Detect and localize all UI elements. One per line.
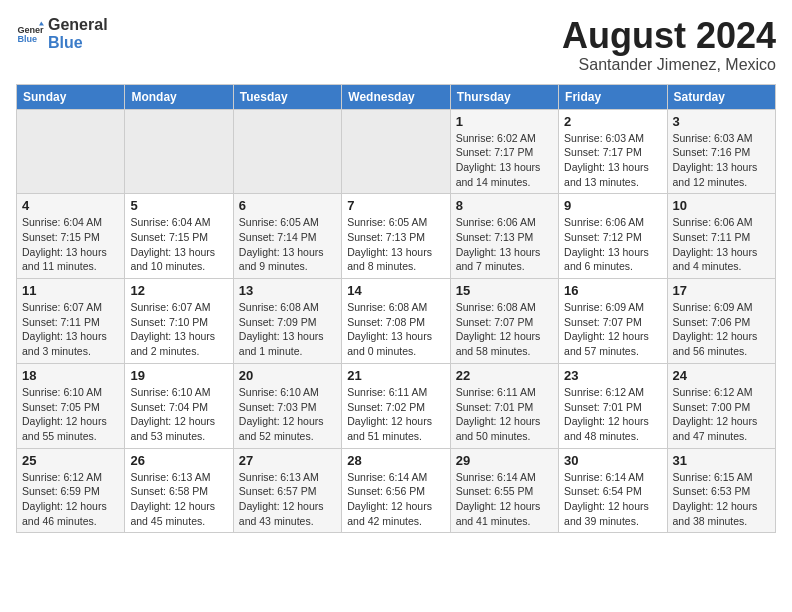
day-number: 1 xyxy=(456,114,553,129)
day-info: Sunrise: 6:03 AMSunset: 7:16 PMDaylight:… xyxy=(673,131,770,190)
calendar-cell: 4Sunrise: 6:04 AMSunset: 7:15 PMDaylight… xyxy=(17,194,125,279)
calendar-week-5: 25Sunrise: 6:12 AMSunset: 6:59 PMDayligh… xyxy=(17,448,776,533)
day-info: Sunrise: 6:06 AMSunset: 7:11 PMDaylight:… xyxy=(673,215,770,274)
day-number: 4 xyxy=(22,198,119,213)
day-info: Sunrise: 6:14 AMSunset: 6:56 PMDaylight:… xyxy=(347,470,444,529)
day-info: Sunrise: 6:05 AMSunset: 7:13 PMDaylight:… xyxy=(347,215,444,274)
calendar-cell: 17Sunrise: 6:09 AMSunset: 7:06 PMDayligh… xyxy=(667,279,775,364)
day-info: Sunrise: 6:10 AMSunset: 7:05 PMDaylight:… xyxy=(22,385,119,444)
day-number: 25 xyxy=(22,453,119,468)
calendar-cell: 8Sunrise: 6:06 AMSunset: 7:13 PMDaylight… xyxy=(450,194,558,279)
calendar-cell: 7Sunrise: 6:05 AMSunset: 7:13 PMDaylight… xyxy=(342,194,450,279)
calendar-cell: 10Sunrise: 6:06 AMSunset: 7:11 PMDayligh… xyxy=(667,194,775,279)
day-info: Sunrise: 6:15 AMSunset: 6:53 PMDaylight:… xyxy=(673,470,770,529)
calendar-cell: 26Sunrise: 6:13 AMSunset: 6:58 PMDayligh… xyxy=(125,448,233,533)
page-header: General Blue General Blue August 2024 Sa… xyxy=(16,16,776,74)
calendar-header-row: SundayMondayTuesdayWednesdayThursdayFrid… xyxy=(17,84,776,109)
day-number: 2 xyxy=(564,114,661,129)
logo-icon: General Blue xyxy=(16,20,44,48)
calendar-cell: 18Sunrise: 6:10 AMSunset: 7:05 PMDayligh… xyxy=(17,363,125,448)
calendar-cell: 22Sunrise: 6:11 AMSunset: 7:01 PMDayligh… xyxy=(450,363,558,448)
day-info: Sunrise: 6:02 AMSunset: 7:17 PMDaylight:… xyxy=(456,131,553,190)
day-info: Sunrise: 6:11 AMSunset: 7:01 PMDaylight:… xyxy=(456,385,553,444)
day-number: 10 xyxy=(673,198,770,213)
calendar-cell: 9Sunrise: 6:06 AMSunset: 7:12 PMDaylight… xyxy=(559,194,667,279)
day-header-friday: Friday xyxy=(559,84,667,109)
day-info: Sunrise: 6:03 AMSunset: 7:17 PMDaylight:… xyxy=(564,131,661,190)
calendar-cell: 12Sunrise: 6:07 AMSunset: 7:10 PMDayligh… xyxy=(125,279,233,364)
calendar-cell: 24Sunrise: 6:12 AMSunset: 7:00 PMDayligh… xyxy=(667,363,775,448)
day-number: 23 xyxy=(564,368,661,383)
day-number: 12 xyxy=(130,283,227,298)
logo: General Blue General Blue xyxy=(16,16,108,51)
day-number: 5 xyxy=(130,198,227,213)
calendar-cell: 29Sunrise: 6:14 AMSunset: 6:55 PMDayligh… xyxy=(450,448,558,533)
day-header-thursday: Thursday xyxy=(450,84,558,109)
calendar-cell xyxy=(342,109,450,194)
calendar-cell xyxy=(17,109,125,194)
calendar-cell: 15Sunrise: 6:08 AMSunset: 7:07 PMDayligh… xyxy=(450,279,558,364)
day-info: Sunrise: 6:07 AMSunset: 7:10 PMDaylight:… xyxy=(130,300,227,359)
day-info: Sunrise: 6:13 AMSunset: 6:58 PMDaylight:… xyxy=(130,470,227,529)
day-header-tuesday: Tuesday xyxy=(233,84,341,109)
day-info: Sunrise: 6:14 AMSunset: 6:55 PMDaylight:… xyxy=(456,470,553,529)
day-header-sunday: Sunday xyxy=(17,84,125,109)
day-number: 9 xyxy=(564,198,661,213)
day-number: 27 xyxy=(239,453,336,468)
calendar-cell: 2Sunrise: 6:03 AMSunset: 7:17 PMDaylight… xyxy=(559,109,667,194)
calendar-cell: 14Sunrise: 6:08 AMSunset: 7:08 PMDayligh… xyxy=(342,279,450,364)
day-number: 7 xyxy=(347,198,444,213)
day-info: Sunrise: 6:08 AMSunset: 7:09 PMDaylight:… xyxy=(239,300,336,359)
title-block: August 2024 Santander Jimenez, Mexico xyxy=(562,16,776,74)
day-info: Sunrise: 6:08 AMSunset: 7:07 PMDaylight:… xyxy=(456,300,553,359)
day-info: Sunrise: 6:12 AMSunset: 7:00 PMDaylight:… xyxy=(673,385,770,444)
calendar-cell: 13Sunrise: 6:08 AMSunset: 7:09 PMDayligh… xyxy=(233,279,341,364)
calendar-cell: 6Sunrise: 6:05 AMSunset: 7:14 PMDaylight… xyxy=(233,194,341,279)
calendar-cell: 11Sunrise: 6:07 AMSunset: 7:11 PMDayligh… xyxy=(17,279,125,364)
day-number: 13 xyxy=(239,283,336,298)
calendar-cell: 25Sunrise: 6:12 AMSunset: 6:59 PMDayligh… xyxy=(17,448,125,533)
calendar-cell xyxy=(233,109,341,194)
day-number: 17 xyxy=(673,283,770,298)
calendar-cell: 1Sunrise: 6:02 AMSunset: 7:17 PMDaylight… xyxy=(450,109,558,194)
day-number: 14 xyxy=(347,283,444,298)
day-info: Sunrise: 6:04 AMSunset: 7:15 PMDaylight:… xyxy=(22,215,119,274)
calendar-subtitle: Santander Jimenez, Mexico xyxy=(562,56,776,74)
calendar-cell: 21Sunrise: 6:11 AMSunset: 7:02 PMDayligh… xyxy=(342,363,450,448)
day-info: Sunrise: 6:13 AMSunset: 6:57 PMDaylight:… xyxy=(239,470,336,529)
calendar-cell xyxy=(125,109,233,194)
day-number: 19 xyxy=(130,368,227,383)
day-info: Sunrise: 6:14 AMSunset: 6:54 PMDaylight:… xyxy=(564,470,661,529)
day-header-saturday: Saturday xyxy=(667,84,775,109)
svg-marker-2 xyxy=(39,21,44,25)
day-number: 18 xyxy=(22,368,119,383)
day-info: Sunrise: 6:06 AMSunset: 7:13 PMDaylight:… xyxy=(456,215,553,274)
svg-text:Blue: Blue xyxy=(17,34,37,44)
day-number: 30 xyxy=(564,453,661,468)
day-info: Sunrise: 6:09 AMSunset: 7:06 PMDaylight:… xyxy=(673,300,770,359)
day-info: Sunrise: 6:12 AMSunset: 6:59 PMDaylight:… xyxy=(22,470,119,529)
calendar-week-2: 4Sunrise: 6:04 AMSunset: 7:15 PMDaylight… xyxy=(17,194,776,279)
day-number: 6 xyxy=(239,198,336,213)
svg-text:General: General xyxy=(17,24,44,34)
calendar-table: SundayMondayTuesdayWednesdayThursdayFrid… xyxy=(16,84,776,534)
day-number: 8 xyxy=(456,198,553,213)
day-info: Sunrise: 6:10 AMSunset: 7:03 PMDaylight:… xyxy=(239,385,336,444)
day-number: 16 xyxy=(564,283,661,298)
day-info: Sunrise: 6:07 AMSunset: 7:11 PMDaylight:… xyxy=(22,300,119,359)
day-info: Sunrise: 6:04 AMSunset: 7:15 PMDaylight:… xyxy=(130,215,227,274)
day-number: 29 xyxy=(456,453,553,468)
logo-blue: Blue xyxy=(48,34,108,52)
day-number: 24 xyxy=(673,368,770,383)
calendar-cell: 23Sunrise: 6:12 AMSunset: 7:01 PMDayligh… xyxy=(559,363,667,448)
day-info: Sunrise: 6:09 AMSunset: 7:07 PMDaylight:… xyxy=(564,300,661,359)
day-info: Sunrise: 6:12 AMSunset: 7:01 PMDaylight:… xyxy=(564,385,661,444)
day-number: 28 xyxy=(347,453,444,468)
day-info: Sunrise: 6:11 AMSunset: 7:02 PMDaylight:… xyxy=(347,385,444,444)
day-number: 15 xyxy=(456,283,553,298)
day-number: 20 xyxy=(239,368,336,383)
day-number: 22 xyxy=(456,368,553,383)
calendar-week-4: 18Sunrise: 6:10 AMSunset: 7:05 PMDayligh… xyxy=(17,363,776,448)
calendar-cell: 30Sunrise: 6:14 AMSunset: 6:54 PMDayligh… xyxy=(559,448,667,533)
day-info: Sunrise: 6:05 AMSunset: 7:14 PMDaylight:… xyxy=(239,215,336,274)
